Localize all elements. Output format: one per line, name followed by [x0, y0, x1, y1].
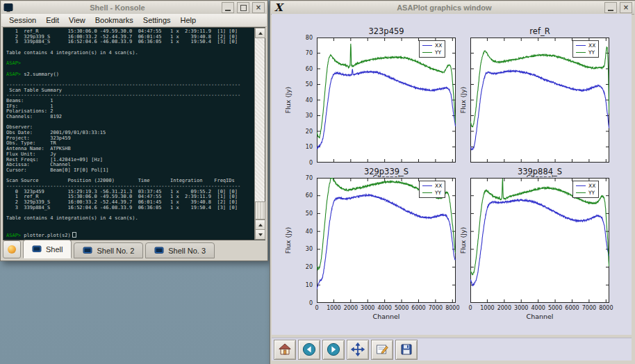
menu-item-bookmarks[interactable]: Bookmarks [90, 15, 138, 25]
konsole-titlebar[interactable]: Shell - Konsole × [1, 1, 267, 15]
chart-title: 323p459 [368, 26, 404, 36]
plot-titlebar[interactable]: X ASAPlot graphics window × [271, 1, 634, 15]
legend-line [576, 52, 586, 53]
legend-label: YY [435, 190, 441, 196]
figure: 323p459Channel01020304050607080Flux (Jy)… [272, 14, 632, 335]
legend: XXYY [572, 40, 599, 58]
toolbar-edit-button[interactable] [371, 340, 393, 360]
chart-title: 339p884_S [518, 167, 562, 176]
y-tick-label: 10 [293, 282, 313, 288]
legend-entry-xx: XX [576, 183, 595, 189]
toolbar-pan-button[interactable] [347, 340, 369, 360]
menu-item-view[interactable]: View [64, 15, 90, 25]
y-tick-label: 40 [293, 229, 313, 235]
y-tick-label: 20 [293, 129, 313, 135]
legend-entry-yy: YY [422, 49, 442, 56]
menu-item-session[interactable]: Session [4, 15, 41, 25]
terminal-line [6, 222, 254, 227]
scroll-down-button[interactable] [255, 229, 265, 240]
legend-label: XX [435, 42, 442, 49]
y-tick-label: 20 [293, 264, 313, 270]
asap-prompt: ASAP> [6, 60, 21, 66]
terminal-line: Cursor: Beam[0] IF[0] Pol[1] [6, 168, 254, 174]
plot-window: X ASAPlot graphics window × 323p459Chann… [270, 0, 635, 364]
terminal-tab-icon [154, 247, 164, 255]
legend: XXYY [419, 181, 445, 198]
asap-prompt: ASAP> [6, 233, 21, 238]
legend-label: YY [435, 49, 441, 56]
x-tick-label: 8000 [593, 305, 618, 311]
menubar: SessionEditViewBookmarksSettingsHelp [1, 14, 267, 27]
y-axis-label: Flux (Jy) [284, 87, 292, 114]
close-button[interactable]: × [620, 2, 632, 13]
menu-item-settings[interactable]: Settings [138, 15, 176, 25]
y-axis-label: Flux (Jy) [459, 227, 467, 254]
terminal-line: ASAP> [6, 61, 254, 67]
terminal-output[interactable]: 1 ref_R 15:30:06.0 -49.59.30.0 04:47:55 … [6, 29, 254, 240]
maximize-button[interactable] [237, 2, 249, 13]
x-axis-label: Channel [372, 313, 399, 320]
desktop: { "colors": { "desktop": "#7e96a4", "ter… [0, 0, 635, 364]
menu-item-help[interactable]: Help [176, 15, 201, 25]
new-session-icon [8, 245, 16, 254]
y-axis-label: Flux (Jy) [284, 227, 292, 254]
legend-line [422, 45, 432, 46]
scroll-up-button[interactable] [255, 28, 265, 38]
terminal-scrollbar[interactable] [254, 28, 265, 240]
x11-app-icon: X [273, 1, 284, 14]
plot-toolbar [272, 338, 632, 361]
close-button[interactable]: × [252, 2, 265, 13]
legend-label: XX [588, 183, 595, 189]
terminal-line [6, 120, 254, 126]
scrollbar-thumb[interactable] [255, 201, 265, 220]
terminal-line: Table contains 4 integration(s) in 4 sca… [6, 51, 254, 56]
tab-shell-no-2[interactable]: Shell No. 2 [74, 242, 143, 258]
y-tick-label: 40 [293, 97, 313, 104]
toolbar-back-button[interactable] [298, 340, 320, 360]
minimize-button[interactable] [222, 2, 234, 13]
tab-shell[interactable]: Shell [23, 240, 72, 258]
terminal-line: Table contains 4 integration(s) in 4 sca… [6, 216, 254, 222]
y-tick-label: 50 [293, 81, 313, 88]
terminal-line: ASAP> plotter.plot(s2) [6, 232, 254, 238]
legend-line [422, 52, 432, 53]
legend-label: XX [588, 42, 595, 49]
legend-entry-yy: YY [422, 190, 442, 196]
y-tick-label: 10 [293, 144, 313, 150]
terminal[interactable]: 1 ref_R 15:30:06.0 -49.59.30.0 04:47:55 … [3, 27, 265, 240]
legend-entry-yy: YY [576, 190, 595, 196]
legend-line [576, 45, 586, 46]
legend-entry-yy: YY [576, 49, 595, 56]
legend-entry-xx: XX [576, 42, 595, 49]
toolbar-save-button[interactable] [395, 340, 418, 360]
pan-icon [351, 342, 365, 356]
legend-line [422, 185, 432, 186]
legend-label: XX [435, 183, 442, 189]
chart-title: ref_R [529, 26, 550, 36]
tab-shell-no-3[interactable]: Shell No. 3 [145, 242, 215, 258]
home-icon [278, 342, 292, 356]
minimize-button[interactable] [604, 2, 617, 13]
terminal-line: ASAP> s2.summary() [6, 72, 254, 78]
terminal-cursor [72, 232, 76, 238]
terminal-tab-icon [32, 245, 42, 254]
toolbar-forward-button[interactable] [322, 340, 345, 360]
scroll-up-button-2[interactable] [255, 220, 265, 230]
toolbar-home-button[interactable] [274, 340, 296, 360]
new-session-button[interactable] [3, 240, 21, 258]
legend-label: YY [588, 49, 595, 56]
chart-title: 329p339_S [364, 167, 409, 176]
tab-label: Shell [46, 245, 63, 254]
legend-line [576, 192, 586, 193]
konsole-app-icon [3, 3, 13, 13]
konsole-window: Shell - Konsole × SessionEditViewBookmar… [0, 0, 268, 261]
y-tick-label: 30 [293, 113, 313, 119]
terminal-line: 3 339p884_S 16:52:04.6 -46.08.33.9 06:36… [6, 206, 254, 211]
window-title: ASAPlot graphics window [287, 3, 602, 12]
menu-item-edit[interactable]: Edit [41, 15, 64, 25]
save-icon [399, 342, 413, 356]
y-tick-label: 60 [293, 192, 313, 199]
x-axis-label: Channel [526, 313, 553, 320]
legend-label: YY [588, 190, 595, 196]
window-title: Shell - Konsole [16, 3, 219, 12]
